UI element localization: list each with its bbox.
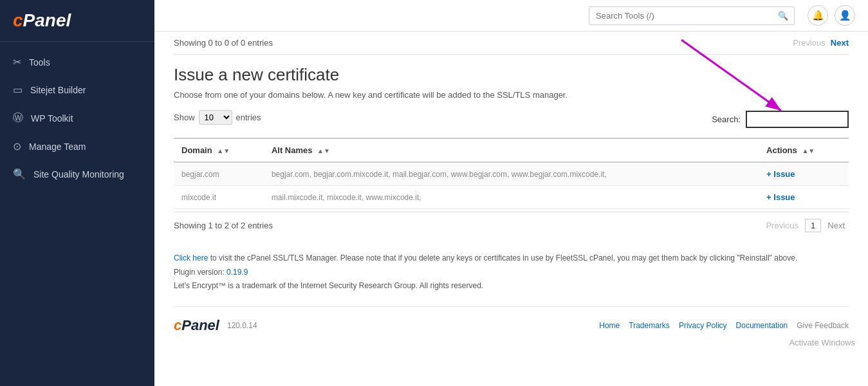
next-top-button[interactable]: Next [831, 38, 849, 48]
sidebar-item-wptoolkit[interactable]: Ⓦ WP Toolkit [0, 104, 154, 133]
table-search-input[interactable] [746, 111, 849, 128]
sidebar-navigation: ✂ Tools ▭ Sitejet Builder Ⓦ WP Toolkit ⊙… [0, 48, 154, 188]
issue-link[interactable]: + Issue [766, 169, 795, 179]
footer-logo: cPanel [174, 317, 219, 334]
wp-icon: Ⓦ [13, 111, 23, 125]
table-row: mixcode.it mail.mixcode.it, mixcode.it, … [174, 186, 849, 209]
subtitle-text: Choose from one of your domains below. A… [174, 90, 568, 100]
page-subtitle: Choose from one of your domains below. A… [174, 90, 849, 100]
col-actions: Actions ▲▼ [759, 138, 849, 162]
previous-top-button[interactable]: Previous [793, 38, 826, 48]
footer-link-home[interactable]: Home [599, 321, 620, 330]
topbar: 🔍 🔔 👤 [154, 0, 868, 32]
sidebar-item-label: Sitejet Builder [30, 85, 86, 95]
footer-info: Click here to visit the cPanel SSL/TLS M… [174, 239, 849, 300]
sidebar-item-label: Tools [29, 57, 50, 68]
tools-icon: ✂ [13, 56, 21, 68]
page-title: Issue a new certificate [174, 65, 849, 85]
search-label: Search: [712, 115, 741, 124]
cell-actions: + Issue [759, 186, 849, 209]
pagination-bottom: Previous 1 Next [762, 219, 849, 232]
page-content: Showing 0 to 0 of 0 entries Previous Nex… [154, 32, 868, 386]
team-icon: ⊙ [13, 140, 21, 152]
cell-altnames: mail.mixcode.it, mixcode.it, www.mixcode… [264, 186, 759, 209]
issue-link[interactable]: + Issue [766, 192, 795, 202]
col-altnames: Alt Names ▲▼ [264, 138, 759, 162]
next-bottom-button[interactable]: Next [824, 219, 849, 232]
table-row: begjar.com begjar.com, begjar.com.mixcod… [174, 162, 849, 186]
domains-table: Domain ▲▼ Alt Names ▲▼ Actions ▲▼ begjar… [174, 138, 849, 209]
entries-top-info: Showing 0 to 0 of 0 entries [174, 38, 273, 48]
show-label: Show [174, 113, 195, 122]
sidebar-item-label: Manage Team [29, 142, 86, 152]
footer-notice-text: to visit the cPanel SSL/TLS Manager. Ple… [208, 253, 797, 262]
cell-actions: + Issue [759, 162, 849, 186]
entries-select[interactable]: 10 25 50 100 [199, 110, 232, 125]
entries-label: entries [236, 113, 261, 122]
footer-notice-link[interactable]: Click here [174, 253, 208, 262]
footer-link-documentation[interactable]: Documentation [736, 321, 788, 330]
sidebar-item-sitejet[interactable]: ▭ Sitejet Builder [0, 76, 154, 104]
sidebar-logo: cPanel [0, 0, 154, 42]
domain-sort-icon[interactable]: ▲▼ [217, 147, 230, 154]
plugin-version: Plugin version: 0.19.9 [174, 266, 849, 280]
footer-links: Home Trademarks Privacy Policy Documenta… [599, 321, 849, 330]
search-icon: 🔍 [778, 11, 788, 21]
sidebar-item-site-quality[interactable]: 🔍 Site Quality Monitoring [0, 160, 154, 188]
user-icon[interactable]: 👤 [835, 5, 855, 26]
sidebar-item-label: WP Toolkit [31, 113, 73, 124]
show-entries-control: Show 10 25 50 100 entries [174, 110, 261, 125]
cpanel-logo: cPanel [13, 10, 71, 30]
sidebar-item-manage-team[interactable]: ⊙ Manage Team [0, 133, 154, 160]
pagination-top: Previous Next [793, 38, 849, 48]
monitor-icon: 🔍 [13, 168, 26, 180]
cell-domain: begjar.com [174, 162, 264, 186]
entries-top-bar: Showing 0 to 0 of 0 entries Previous Nex… [174, 32, 849, 55]
altnames-sort-icon[interactable]: ▲▼ [317, 147, 330, 154]
search-tools-input[interactable] [589, 6, 795, 25]
cell-altnames: begjar.com, begjar.com.mixcode.it, mail.… [264, 162, 759, 186]
sitejet-icon: ▭ [13, 84, 23, 96]
previous-bottom-button[interactable]: Previous [762, 219, 802, 232]
footer-bar: cPanel 120.0.14 Home Trademarks Privacy … [174, 306, 849, 334]
footer-brand: cPanel 120.0.14 [174, 317, 257, 334]
entries-bottom-info: Showing 1 to 2 of 2 entries [174, 221, 273, 230]
sidebar-item-label: Site Quality Monitoring [33, 169, 124, 179]
search-row: Search: [712, 111, 849, 128]
footer-notice: Click here to visit the cPanel SSL/TLS M… [174, 252, 849, 266]
plugin-version-link[interactable]: 0.19.9 [226, 268, 248, 277]
notifications-icon[interactable]: 🔔 [808, 5, 828, 26]
cell-domain: mixcode.it [174, 186, 264, 209]
entries-bottom-bar: Showing 1 to 2 of 2 entries Previous 1 N… [174, 212, 849, 239]
page-number: 1 [805, 219, 821, 232]
footer-link-privacy[interactable]: Privacy Policy [679, 321, 727, 330]
actions-sort-icon[interactable]: ▲▼ [802, 147, 815, 154]
footer-version: 120.0.14 [227, 321, 257, 330]
footer-link-feedback[interactable]: Give Feedback [797, 321, 849, 330]
sidebar: cPanel ✂ Tools ▭ Sitejet Builder Ⓦ WP To… [0, 0, 154, 386]
main-content: 🔍 🔔 👤 Showing 0 to 0 of 0 entries Previo… [154, 0, 868, 386]
trademark-text: Let's Encrypt™ is a trademark of the Int… [174, 279, 849, 293]
sidebar-item-tools[interactable]: ✂ Tools [0, 48, 154, 76]
footer-link-trademarks[interactable]: Trademarks [629, 321, 670, 330]
col-domain: Domain ▲▼ [174, 138, 264, 162]
